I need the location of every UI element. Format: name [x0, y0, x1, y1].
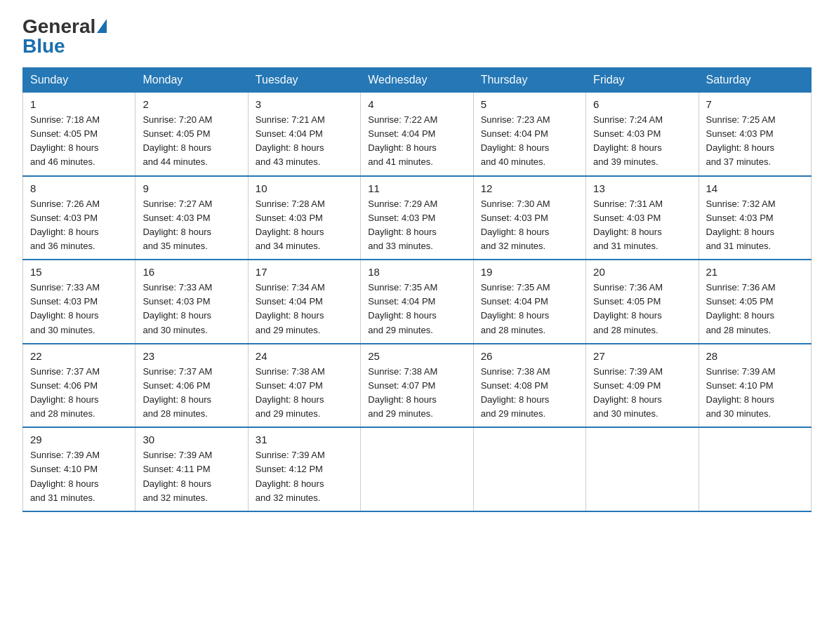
day-number: 18 [368, 266, 465, 278]
day-info: Sunrise: 7:28 AM Sunset: 4:03 PM Dayligh… [256, 197, 353, 254]
calendar-cell [586, 427, 699, 511]
day-info: Sunrise: 7:33 AM Sunset: 4:03 PM Dayligh… [143, 281, 240, 337]
calendar-cell: 9 Sunrise: 7:27 AM Sunset: 4:03 PM Dayli… [135, 176, 248, 260]
day-number: 25 [368, 350, 465, 362]
day-number: 30 [143, 434, 240, 445]
calendar-week-1: 1 Sunrise: 7:18 AM Sunset: 4:05 PM Dayli… [23, 93, 812, 176]
calendar-cell: 3 Sunrise: 7:21 AM Sunset: 4:04 PM Dayli… [248, 93, 360, 176]
day-info: Sunrise: 7:29 AM Sunset: 4:03 PM Dayligh… [368, 197, 465, 254]
day-number: 23 [143, 350, 240, 362]
day-number: 28 [706, 350, 804, 362]
page-header: General Blue [22, 17, 812, 56]
day-info: Sunrise: 7:37 AM Sunset: 4:06 PM Dayligh… [30, 365, 128, 422]
day-number: 13 [593, 182, 691, 194]
day-info: Sunrise: 7:31 AM Sunset: 4:03 PM Dayligh… [593, 197, 691, 254]
calendar-cell: 10 Sunrise: 7:28 AM Sunset: 4:03 PM Dayl… [248, 176, 360, 260]
day-number: 26 [481, 350, 578, 362]
day-number: 1 [30, 98, 128, 110]
calendar-week-2: 8 Sunrise: 7:26 AM Sunset: 4:03 PM Dayli… [23, 176, 812, 260]
day-info: Sunrise: 7:27 AM Sunset: 4:03 PM Dayligh… [143, 197, 240, 254]
calendar-cell: 23 Sunrise: 7:37 AM Sunset: 4:06 PM Dayl… [135, 344, 248, 428]
calendar-cell: 6 Sunrise: 7:24 AM Sunset: 4:03 PM Dayli… [586, 93, 699, 176]
day-number: 7 [706, 98, 804, 110]
day-number: 22 [30, 350, 128, 362]
calendar-cell: 8 Sunrise: 7:26 AM Sunset: 4:03 PM Dayli… [23, 176, 135, 260]
day-number: 5 [481, 98, 578, 110]
day-number: 12 [481, 182, 578, 194]
calendar-cell: 18 Sunrise: 7:35 AM Sunset: 4:04 PM Dayl… [361, 260, 473, 344]
day-number: 24 [256, 350, 353, 362]
day-info: Sunrise: 7:32 AM Sunset: 4:03 PM Dayligh… [706, 197, 804, 254]
day-info: Sunrise: 7:38 AM Sunset: 4:07 PM Dayligh… [256, 365, 353, 422]
logo: General Blue [22, 17, 107, 56]
logo-general-text: General [22, 15, 95, 37]
day-info: Sunrise: 7:22 AM Sunset: 4:04 PM Dayligh… [368, 113, 465, 170]
calendar-cell: 26 Sunrise: 7:38 AM Sunset: 4:08 PM Dayl… [473, 344, 585, 428]
calendar-cell: 25 Sunrise: 7:38 AM Sunset: 4:07 PM Dayl… [361, 344, 473, 428]
calendar-cell: 29 Sunrise: 7:39 AM Sunset: 4:10 PM Dayl… [23, 427, 135, 511]
calendar-cell: 17 Sunrise: 7:34 AM Sunset: 4:04 PM Dayl… [248, 260, 360, 344]
day-info: Sunrise: 7:23 AM Sunset: 4:04 PM Dayligh… [481, 113, 578, 170]
day-info: Sunrise: 7:25 AM Sunset: 4:03 PM Dayligh… [706, 113, 804, 170]
day-info: Sunrise: 7:24 AM Sunset: 4:03 PM Dayligh… [593, 113, 691, 170]
day-number: 20 [593, 266, 691, 278]
day-info: Sunrise: 7:35 AM Sunset: 4:04 PM Dayligh… [481, 281, 578, 337]
calendar-cell: 14 Sunrise: 7:32 AM Sunset: 4:03 PM Dayl… [699, 176, 811, 260]
logo-triangle-icon [97, 19, 107, 33]
day-info: Sunrise: 7:33 AM Sunset: 4:03 PM Dayligh… [30, 281, 128, 337]
day-number: 9 [143, 182, 240, 194]
day-number: 21 [706, 266, 804, 278]
calendar-cell: 27 Sunrise: 7:39 AM Sunset: 4:09 PM Dayl… [586, 344, 699, 428]
calendar-week-3: 15 Sunrise: 7:33 AM Sunset: 4:03 PM Dayl… [23, 260, 812, 344]
column-header-friday: Friday [586, 68, 699, 93]
calendar-cell: 28 Sunrise: 7:39 AM Sunset: 4:10 PM Dayl… [699, 344, 811, 428]
day-info: Sunrise: 7:36 AM Sunset: 4:05 PM Dayligh… [706, 281, 804, 337]
calendar-cell: 24 Sunrise: 7:38 AM Sunset: 4:07 PM Dayl… [248, 344, 360, 428]
day-info: Sunrise: 7:39 AM Sunset: 4:11 PM Dayligh… [143, 448, 240, 505]
day-number: 27 [593, 350, 691, 362]
calendar-cell: 15 Sunrise: 7:33 AM Sunset: 4:03 PM Dayl… [23, 260, 135, 344]
day-info: Sunrise: 7:26 AM Sunset: 4:03 PM Dayligh… [30, 197, 128, 254]
day-info: Sunrise: 7:38 AM Sunset: 4:08 PM Dayligh… [481, 365, 578, 422]
column-header-tuesday: Tuesday [248, 68, 360, 93]
calendar-week-4: 22 Sunrise: 7:37 AM Sunset: 4:06 PM Dayl… [23, 344, 812, 428]
column-header-wednesday: Wednesday [361, 68, 473, 93]
calendar-cell [473, 427, 585, 511]
day-number: 3 [256, 98, 353, 110]
calendar-week-5: 29 Sunrise: 7:39 AM Sunset: 4:10 PM Dayl… [23, 427, 812, 511]
day-number: 19 [481, 266, 578, 278]
day-info: Sunrise: 7:39 AM Sunset: 4:09 PM Dayligh… [593, 365, 691, 422]
calendar-cell: 21 Sunrise: 7:36 AM Sunset: 4:05 PM Dayl… [699, 260, 811, 344]
day-info: Sunrise: 7:39 AM Sunset: 4:12 PM Dayligh… [256, 448, 353, 505]
day-info: Sunrise: 7:21 AM Sunset: 4:04 PM Dayligh… [256, 113, 353, 170]
calendar-cell: 30 Sunrise: 7:39 AM Sunset: 4:11 PM Dayl… [135, 427, 248, 511]
day-number: 14 [706, 182, 804, 194]
calendar-cell: 19 Sunrise: 7:35 AM Sunset: 4:04 PM Dayl… [473, 260, 585, 344]
calendar-cell: 20 Sunrise: 7:36 AM Sunset: 4:05 PM Dayl… [586, 260, 699, 344]
day-info: Sunrise: 7:37 AM Sunset: 4:06 PM Dayligh… [143, 365, 240, 422]
logo-blue-text: Blue [22, 35, 65, 57]
day-info: Sunrise: 7:18 AM Sunset: 4:05 PM Dayligh… [30, 113, 128, 170]
day-number: 15 [30, 266, 128, 278]
day-info: Sunrise: 7:20 AM Sunset: 4:05 PM Dayligh… [143, 113, 240, 170]
calendar-cell [699, 427, 811, 511]
day-info: Sunrise: 7:34 AM Sunset: 4:04 PM Dayligh… [256, 281, 353, 337]
calendar-cell: 11 Sunrise: 7:29 AM Sunset: 4:03 PM Dayl… [361, 176, 473, 260]
day-number: 17 [256, 266, 353, 278]
day-number: 31 [256, 434, 353, 445]
column-header-thursday: Thursday [473, 68, 585, 93]
column-header-saturday: Saturday [699, 68, 811, 93]
column-header-monday: Monday [135, 68, 248, 93]
day-number: 16 [143, 266, 240, 278]
day-info: Sunrise: 7:38 AM Sunset: 4:07 PM Dayligh… [368, 365, 465, 422]
calendar-cell: 7 Sunrise: 7:25 AM Sunset: 4:03 PM Dayli… [699, 93, 811, 176]
day-info: Sunrise: 7:39 AM Sunset: 4:10 PM Dayligh… [30, 448, 128, 505]
calendar-cell: 13 Sunrise: 7:31 AM Sunset: 4:03 PM Dayl… [586, 176, 699, 260]
column-header-sunday: Sunday [23, 68, 135, 93]
calendar-cell: 31 Sunrise: 7:39 AM Sunset: 4:12 PM Dayl… [248, 427, 360, 511]
calendar-cell: 12 Sunrise: 7:30 AM Sunset: 4:03 PM Dayl… [473, 176, 585, 260]
day-info: Sunrise: 7:36 AM Sunset: 4:05 PM Dayligh… [593, 281, 691, 337]
day-number: 4 [368, 98, 465, 110]
calendar-cell [361, 427, 473, 511]
day-number: 29 [30, 434, 128, 445]
